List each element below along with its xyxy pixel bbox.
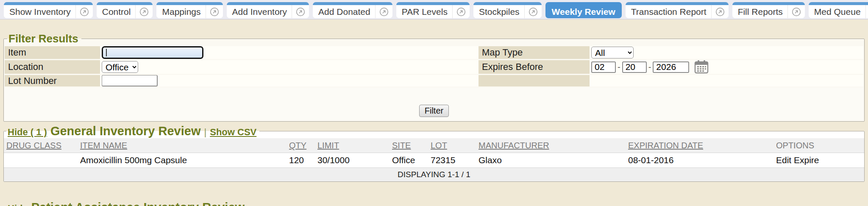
patient-assistance-review-section: Hide Patient Assistance Inventory Review… [3,200,865,206]
row-cell-manufacturer: Glaxo [476,153,626,168]
tab-top-bar [313,2,392,5]
column-header-limit[interactable]: LIMIT [317,141,339,150]
tab-transaction-report[interactable]: Transaction Report [626,2,729,18]
tab-top-bar [626,2,729,5]
text-cursor [106,49,107,56]
tab-fill-reports[interactable]: Fill Reports [732,2,805,18]
row-cell-qty: 120 [287,153,315,168]
tab-top-bar [473,2,542,5]
external-link-icon[interactable] [787,5,805,18]
map-type-label: Map Type [479,46,590,59]
external-link-icon[interactable] [135,5,153,18]
lot-number-label: Lot Number [5,75,100,86]
filter-row-location: Location Office Expires Before - - [5,60,863,74]
expires-month-input[interactable] [591,61,616,73]
external-link-icon[interactable] [375,5,392,18]
column-header-lot[interactable]: LOT [431,141,447,150]
general-review-title: General Inventory Review [50,124,201,138]
tab-top-bar [396,2,470,5]
tab-med-queue[interactable]: Med Queue [809,2,868,18]
patient-hide-link[interactable]: Hide [8,203,28,206]
filter-row-lot: Lot Number [5,75,863,86]
lot-number-input[interactable] [102,75,158,86]
filter-button[interactable]: Filter [419,105,449,117]
filter-results-legend: Filter Results [7,32,81,45]
filter-results-title: Filter Results [8,32,78,45]
tab-top-bar [545,2,622,5]
tab-label: Add Donated [313,5,375,18]
tab-label: PAR Levels [396,5,452,18]
empty-field-cell [590,75,863,86]
tab-stockpiles[interactable]: Stockpiles [473,2,542,18]
tab-label: Fill Reports [732,5,787,18]
tab-add-inventory[interactable]: Add Inventory [227,2,309,18]
column-header-options: OPTIONS [776,141,814,150]
patient-review-legend: Hide Patient Assistance Inventory Review [6,200,248,206]
column-header-site[interactable]: SITE [392,141,411,150]
external-link-icon[interactable] [206,5,223,18]
tab-top-bar [732,2,805,5]
table-footer: DISPLAYING 1-1 / 1 [4,168,864,182]
column-header-row: DRUG CLASSITEM NAMEQTYLIMITSITELOTMANUFA… [4,138,864,153]
column-header-manufacturer[interactable]: MANUFACTURER [479,141,549,150]
date-separator: - [618,62,620,72]
item-input[interactable] [102,46,203,59]
tab-top-bar [97,2,153,5]
column-header-expiration-date[interactable]: EXPIRATION DATE [628,141,703,150]
tab-top-bar [809,2,868,5]
tab-top-bar [4,2,93,5]
expires-before-label: Expires Before [479,60,590,74]
external-link-icon[interactable] [452,5,470,18]
date-separator: - [648,62,651,72]
general-review-table-mount: DRUG CLASSITEM NAMEQTYLIMITSITELOTMANUFA… [4,138,864,181]
general-hide-link[interactable]: Hide ( 1 ) [8,127,47,138]
empty-label-cell [479,75,590,86]
row-cell-site: Office [389,153,428,168]
table-row: Amoxicillin 500mg Capsule12030/1000Offic… [4,153,864,168]
filter-row-item: Item Map Type All [5,46,863,59]
external-link-icon[interactable] [865,5,868,18]
tab-label: Transaction Report [626,5,711,18]
external-link-icon[interactable] [524,5,542,18]
tab-label: Mappings [156,5,205,18]
row-cell-limit: 30/1000 [315,153,389,168]
tab-label: Weekly Review [545,5,622,18]
external-link-icon[interactable] [75,5,93,18]
external-link-icon[interactable] [292,5,309,18]
legend-separator: | [204,127,207,138]
tab-bar: Show InventoryControlMappingsAdd Invento… [0,0,868,19]
show-csv-link[interactable]: Show CSV [210,127,256,138]
general-inventory-review-section: Hide ( 1 ) General Inventory Review | Sh… [3,124,865,182]
column-header-item-name[interactable]: ITEM NAME [80,141,127,150]
location-label: Location [5,60,100,74]
tab-label: Control [97,5,136,18]
column-header-drug-class[interactable]: DRUG CLASS [6,141,61,150]
map-type-select[interactable]: All [591,47,634,58]
tab-label: Med Queue [809,5,865,18]
tab-show-inventory[interactable]: Show Inventory [4,2,93,18]
filter-results-section: Filter Results Item Map Type All Locatio… [3,32,865,122]
tab-par-levels[interactable]: PAR Levels [396,2,470,18]
tab-label: Show Inventory [4,5,75,18]
general-review-legend: Hide ( 1 ) General Inventory Review | Sh… [6,124,259,138]
filter-button-row: Filter [5,88,863,120]
item-label: Item [5,46,100,59]
tab-top-bar [227,2,309,5]
expires-year-input[interactable] [653,61,689,73]
location-select[interactable]: Office [102,61,138,73]
tab-label: Add Inventory [227,5,292,18]
calendar-icon[interactable] [694,60,709,74]
external-link-icon[interactable] [711,5,729,18]
column-header-qty[interactable]: QTY [289,141,306,150]
tab-top-bar [156,2,223,5]
tab-mappings[interactable]: Mappings [156,2,223,18]
tab-weekly-review[interactable]: Weekly Review [545,2,622,18]
row-options[interactable]: Edit Expire [773,153,864,168]
patient-review-title: Patient Assistance Inventory Review [31,200,245,206]
row-cell-expiration-date: 08-01-2016 [626,153,773,168]
expires-day-input[interactable] [622,61,647,73]
tab-control[interactable]: Control [97,2,153,18]
row-cell-item-name: Amoxicillin 500mg Capsule [78,153,287,168]
tab-add-donated[interactable]: Add Donated [313,2,392,18]
row-cell-drug-class [4,153,78,168]
